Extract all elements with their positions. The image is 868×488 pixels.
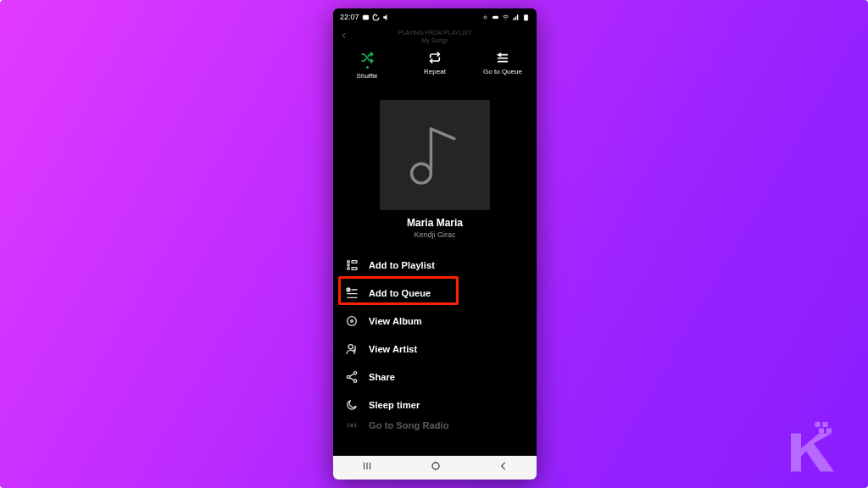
menu-item-view-album[interactable]: View Album: [337, 307, 533, 335]
menu-label: Share: [369, 372, 395, 382]
playlist-add-icon: [345, 258, 359, 272]
svg-rect-2: [524, 14, 528, 20]
svg-point-31: [432, 463, 439, 469]
menu-label: View Artist: [369, 344, 417, 354]
track-title: Maria Maria: [333, 217, 537, 229]
artist-icon: [345, 342, 359, 356]
android-navbar: [333, 456, 537, 480]
svg-rect-33: [823, 422, 828, 427]
mute-icon: [382, 14, 390, 21]
menu-label: Add to Queue: [369, 288, 431, 298]
statusbar-clock: 22:07: [340, 13, 359, 21]
statusbar-right: [481, 14, 530, 21]
repeat-label: Repeat: [424, 68, 446, 75]
home-button[interactable]: [429, 459, 442, 476]
svg-point-6: [348, 260, 350, 263]
controller-icon: [492, 14, 499, 21]
shuffle-button[interactable]: Shuffle: [342, 51, 392, 80]
sync-icon: [372, 14, 380, 21]
repeat-button[interactable]: Repeat: [409, 51, 460, 80]
menu-item-sleep-timer[interactable]: Sleep timer: [337, 391, 533, 419]
svg-point-19: [351, 319, 353, 322]
track-artist: Kendji Girac: [333, 230, 537, 239]
menu-item-add-to-playlist[interactable]: Add to Playlist: [337, 251, 533, 279]
share-icon: [345, 370, 359, 384]
menu-item-view-artist[interactable]: View Artist: [337, 335, 533, 363]
battery-icon: [522, 14, 530, 21]
svg-point-7: [348, 267, 350, 269]
menu-item-share[interactable]: Share: [337, 363, 533, 391]
context-header: PLAYING FROM PLAYLIST My Songs Shuffle: [333, 25, 537, 86]
queue-add-icon: [345, 286, 359, 300]
context-menu: Add to Playlist Add to Queue View Album …: [333, 251, 537, 432]
recents-button[interactable]: [360, 460, 374, 475]
radio-icon: [345, 419, 359, 432]
svg-point-27: [351, 424, 353, 427]
moon-icon: [345, 398, 359, 412]
queue-icon: [496, 51, 509, 64]
svg-rect-34: [819, 429, 824, 434]
svg-line-25: [349, 374, 353, 376]
back-button[interactable]: [498, 460, 509, 475]
svg-point-5: [412, 164, 431, 183]
brand-watermark-icon: [778, 422, 844, 473]
svg-rect-0: [363, 14, 369, 19]
album-art: [380, 100, 490, 210]
repeat-icon: [428, 51, 442, 64]
menu-label: View Album: [369, 316, 422, 326]
wifi-icon: [502, 14, 509, 21]
menu-label: Add to Playlist: [369, 260, 435, 270]
statusbar-left: 22:07: [340, 13, 390, 21]
svg-rect-9: [352, 267, 357, 269]
back-chevron-icon[interactable]: [340, 30, 348, 42]
phone-frame: 22:07 PLAYING FROM PLAYLIST: [333, 8, 537, 480]
svg-line-26: [349, 377, 353, 380]
signal-icon: [512, 14, 520, 21]
menu-label: Go to Song Radio: [369, 420, 448, 430]
menu-label: Sleep timer: [369, 400, 420, 410]
context-text: PLAYING FROM PLAYLIST My Songs: [398, 29, 472, 44]
svg-rect-1: [492, 16, 498, 19]
svg-point-18: [348, 316, 357, 325]
music-note-icon: [405, 121, 465, 189]
svg-line-4: [431, 129, 453, 138]
menu-item-add-to-queue[interactable]: Add to Queue: [337, 279, 533, 307]
top-actions-row: Shuffle Repeat Go to Queue: [333, 51, 537, 80]
queue-label: Go to Queue: [483, 68, 522, 75]
shuffle-label: Shuffle: [357, 72, 378, 80]
go-to-queue-button[interactable]: Go to Queue: [477, 51, 528, 80]
statusbar: 22:07: [333, 8, 537, 25]
page-canvas: 22:07 PLAYING FROM PLAYLIST: [0, 0, 868, 488]
svg-point-21: [353, 350, 355, 352]
menu-item-song-radio[interactable]: Go to Song Radio: [337, 419, 533, 432]
msg-icon: [362, 14, 370, 21]
svg-rect-35: [826, 429, 832, 434]
link-icon: [481, 14, 489, 21]
svg-rect-32: [815, 422, 821, 427]
shuffle-icon: [360, 51, 374, 64]
svg-point-20: [348, 344, 353, 348]
svg-rect-8: [352, 260, 357, 263]
album-icon: [345, 314, 359, 328]
